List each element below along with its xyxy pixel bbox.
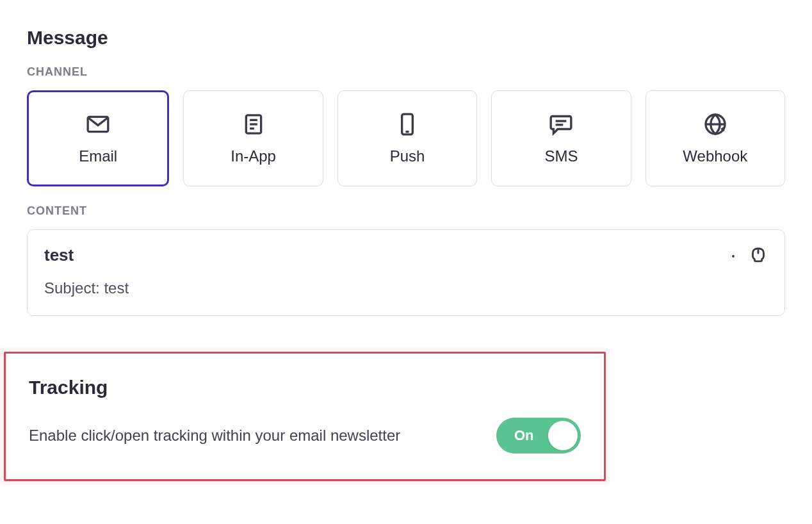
content-name: test xyxy=(44,245,768,265)
channel-label: Email xyxy=(79,147,117,165)
chat-bubble-icon xyxy=(548,111,574,137)
channel-selector: Email In-App Push SMS Webhook xyxy=(27,90,785,186)
tracking-row: Enable click/open tracking within your e… xyxy=(29,418,581,454)
channel-email[interactable]: Email xyxy=(27,90,169,186)
tracking-heading: Tracking xyxy=(29,377,581,398)
document-lines-icon xyxy=(241,111,266,137)
channel-label: Webhook xyxy=(683,147,747,165)
content-subject-prefix: Subject: xyxy=(44,279,104,297)
channel-label: Push xyxy=(390,147,425,165)
dot-icon xyxy=(732,255,735,258)
content-subject: Subject: test xyxy=(44,279,768,297)
tracking-description: Enable click/open tracking within your e… xyxy=(29,427,481,445)
tracking-toggle[interactable]: On xyxy=(496,418,581,454)
channel-label: In-App xyxy=(231,147,276,165)
content-section-label: CONTENT xyxy=(27,204,785,218)
content-card-actions xyxy=(732,244,769,268)
channel-webhook[interactable]: Webhook xyxy=(646,90,785,186)
content-card[interactable]: test Subject: test xyxy=(27,229,785,316)
content-subject-value: test xyxy=(104,279,129,297)
channel-section-label: CHANNEL xyxy=(27,65,785,79)
channel-sms[interactable]: SMS xyxy=(491,90,631,186)
tracking-section-highlight: Tracking Enable click/open tracking with… xyxy=(4,352,606,481)
channel-push[interactable]: Push xyxy=(337,90,477,186)
globe-arrow-icon xyxy=(702,111,728,137)
mail-icon xyxy=(85,111,111,137)
channel-in-app[interactable]: In-App xyxy=(183,90,323,186)
message-section: Message CHANNEL Email In-App Push SMS xyxy=(27,27,785,316)
channel-label: SMS xyxy=(544,147,578,165)
toggle-state-label: On xyxy=(514,427,534,444)
toggle-knob xyxy=(548,421,578,450)
phone-icon xyxy=(394,111,420,137)
message-heading: Message xyxy=(27,27,785,49)
drag-handle-icon[interactable] xyxy=(747,244,769,268)
